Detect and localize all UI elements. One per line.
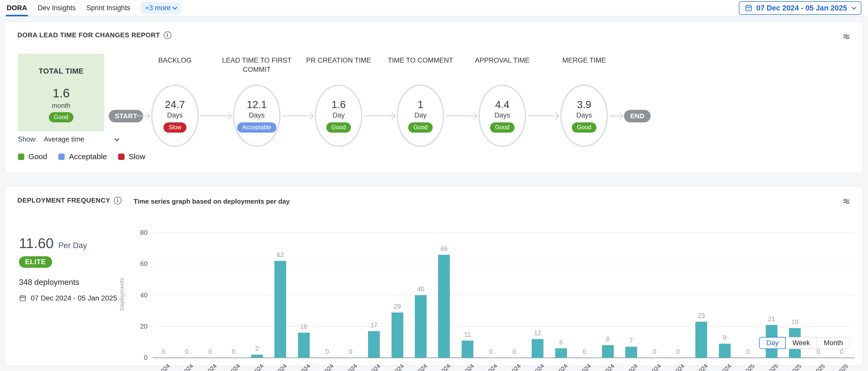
stage-status-badge: Good — [408, 123, 433, 133]
y-axis-tick: 80 — [123, 229, 148, 237]
deployment-bar[interactable] — [462, 341, 473, 358]
chevron-down-icon — [114, 136, 119, 141]
deployment-bar[interactable] — [625, 347, 637, 358]
legend-item-acceptable: Acceptable — [58, 152, 106, 161]
toggle-month-button[interactable]: Month — [816, 337, 850, 349]
tab-bar: DORADev InsightsSprint Insights +3 more — [7, 0, 181, 16]
bar-value-label: 66 — [432, 245, 456, 252]
bar-value-label: 11 — [456, 331, 479, 338]
stage-unit: Days — [249, 111, 265, 119]
bar-value-label: 0 — [175, 348, 198, 356]
bar-value-label: 12 — [526, 329, 549, 337]
stage-unit: Days — [576, 111, 592, 119]
deployment-bar[interactable] — [298, 333, 310, 358]
bar-value-label: 16 — [292, 323, 315, 330]
gridline — [153, 326, 855, 327]
x-axis-label: 07 Dec 2024 — [118, 363, 172, 371]
end-pill: END — [624, 110, 651, 123]
stage-unit: Day — [414, 111, 427, 119]
bar-value-label: 0 — [199, 348, 222, 356]
bar-value-label: 0 — [222, 348, 245, 356]
chevron-down-icon — [173, 5, 178, 10]
stage-value: 1.6 — [332, 99, 346, 110]
y-axis-tick: 20 — [123, 323, 148, 330]
y-axis-tick: 40 — [123, 291, 148, 299]
flow-arrow — [528, 115, 558, 116]
deployment-bar[interactable] — [719, 344, 731, 358]
flow-arrow — [282, 115, 313, 116]
stage-unit: Days — [494, 111, 510, 119]
stage-value: 1 — [417, 99, 423, 110]
deployment-bar[interactable] — [438, 255, 450, 358]
deployment-bar[interactable] — [602, 345, 614, 358]
bar-value-label: 40 — [409, 285, 432, 293]
legend-label: Slow — [129, 152, 145, 161]
stage-value: 12.1 — [247, 99, 267, 110]
stage-value: 24.7 — [165, 99, 185, 110]
more-tabs-button[interactable]: +3 more — [141, 2, 181, 14]
deployment-bar[interactable] — [251, 355, 263, 358]
deployment-bar[interactable] — [555, 348, 567, 358]
legend-item-good: Good — [18, 152, 47, 161]
stage-title: BACKLOG — [133, 56, 217, 65]
deployment-bar[interactable] — [274, 261, 286, 358]
bar-value-label: 0 — [666, 348, 689, 356]
bar-value-label: 6 — [550, 339, 572, 346]
stage-status-badge: Slow — [163, 123, 186, 133]
stage-node-1: 24.7DaysSlow — [151, 85, 199, 147]
stage-value: 4.4 — [495, 99, 509, 110]
deployment-bar[interactable] — [532, 339, 544, 358]
bar-value-label: 7 — [620, 337, 643, 344]
stage-status-badge: Good — [326, 123, 351, 133]
bar-value-label: 0 — [316, 348, 339, 356]
flow-arrow — [364, 115, 395, 116]
bar-value-label: 0 — [503, 348, 526, 356]
show-label: Show: — [18, 135, 37, 143]
tab-dev-insights[interactable]: Dev Insights — [38, 0, 76, 16]
show-dropdown-value: Average time — [44, 135, 84, 143]
status-legend: GoodAcceptableSlow — [18, 152, 145, 161]
bar-value-label: 21 — [760, 315, 783, 323]
more-tabs-label: +3 more — [145, 4, 170, 12]
bar-value-label: 0 — [643, 348, 666, 356]
chevron-down-icon — [851, 5, 857, 10]
bar-value-label: 8 — [596, 336, 619, 343]
toggle-day-button[interactable]: Day — [759, 337, 786, 349]
legend-swatch — [58, 154, 65, 160]
y-axis-tick: 60 — [123, 260, 148, 268]
stage-node-5: 4.4DaysGood — [478, 85, 526, 147]
tab-dora[interactable]: DORA — [7, 0, 27, 16]
deployment-frequency-card: DEPLOYMENT FREQUENCY i Time series graph… — [5, 186, 863, 366]
stage-node-6: 3.9DaysGood — [560, 85, 608, 147]
legend-label: Acceptable — [69, 152, 106, 161]
lead-time-flow: STARTBACKLOG24.7DaysSlowLEAD TIME TO FIR… — [6, 22, 862, 173]
show-dropdown[interactable]: Average time — [44, 135, 119, 143]
bar-value-label: 0 — [573, 348, 596, 356]
stage-status-badge: Good — [572, 123, 596, 133]
bar-value-label: 0 — [479, 348, 502, 356]
calendar-icon — [744, 4, 753, 12]
stage-status-badge: Acceptable — [237, 123, 276, 133]
legend-label: Good — [28, 152, 47, 161]
deployment-bar[interactable] — [392, 312, 403, 358]
top-bar: DORADev InsightsSprint Insights +3 more … — [0, 0, 868, 16]
stage-title: MERGE TIME — [542, 56, 626, 65]
deployment-bar[interactable] — [695, 322, 707, 358]
date-range-picker[interactable]: 07 Dec 2024 - 05 Jan 2025 — [739, 1, 861, 15]
toggle-week-button[interactable]: Week — [785, 337, 817, 349]
deployment-bar[interactable] — [415, 295, 427, 358]
gridline — [153, 264, 855, 264]
gridline — [153, 295, 855, 296]
stage-value: 3.9 — [577, 99, 591, 110]
bar-value-label: 9 — [713, 334, 736, 341]
flow-arrow — [134, 115, 149, 116]
stage-title: PR CREATION TIME — [297, 56, 381, 65]
bar-value-label: 23 — [690, 312, 713, 319]
gridline — [153, 233, 855, 233]
tab-sprint-insights[interactable]: Sprint Insights — [87, 0, 130, 16]
legend-swatch — [18, 154, 24, 160]
deployment-bar[interactable] — [368, 331, 380, 358]
lead-time-card: DORA LEAD TIME FOR CHANGES REPORT i TOTA… — [5, 22, 863, 173]
y-axis-tick: 0 — [123, 353, 148, 362]
granularity-toggle: DayWeekMonth — [760, 337, 850, 349]
